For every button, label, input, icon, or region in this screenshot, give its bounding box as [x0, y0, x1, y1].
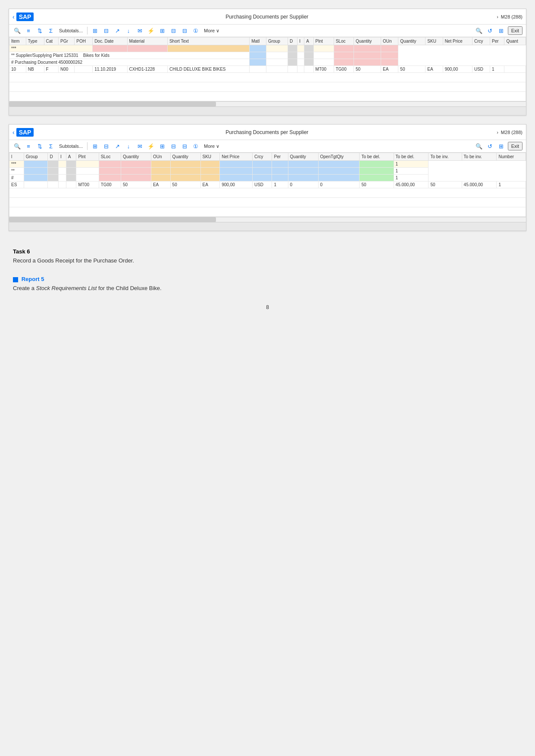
cell2-opentgt: 0 — [318, 181, 360, 188]
table-row: ** Supplier/Supplying Plant 125331 Bikes… — [9, 52, 526, 59]
report5-prefix: Create a — [13, 285, 36, 291]
icon-minus1[interactable]: ⊟ — [101, 26, 111, 35]
th-quantity: Quantity — [354, 37, 381, 45]
th-sloc: SLoc — [334, 37, 354, 45]
scroll-bar-1[interactable] — [9, 102, 216, 106]
subtotals-btn-2[interactable]: Subtotals... — [57, 143, 84, 150]
cell-group — [266, 66, 288, 73]
grid-icon-1[interactable]: ⊞ — [497, 26, 506, 35]
more-btn-2[interactable]: More ∨ — [202, 143, 221, 150]
scroll-bar-2[interactable] — [9, 217, 216, 222]
th-doc-date: Doc. Date — [93, 37, 127, 45]
th2-number: Number — [497, 153, 526, 161]
empty-row — [9, 82, 526, 92]
icon-p2-8[interactable]: ⊟ — [169, 141, 178, 151]
cell-material: CXHD1-1228 — [127, 66, 167, 73]
search-right-2[interactable]: 🔍 — [474, 141, 484, 151]
icon-down1[interactable]: ↓ — [124, 26, 133, 35]
scroll-area-2[interactable] — [9, 217, 526, 222]
exit-btn-1[interactable]: Exit — [508, 26, 522, 35]
search-icon-2[interactable]: 🔍 — [13, 141, 22, 151]
icon-flag1[interactable]: ⊟ — [169, 26, 178, 35]
icon-p2-10[interactable]: ① — [191, 141, 200, 151]
icon-grid2[interactable]: ⊞ — [157, 26, 167, 35]
sap-logo-1: SAP — [16, 12, 34, 21]
search-right-1[interactable]: 🔍 — [474, 26, 484, 35]
sort-icon-2[interactable]: ⇅ — [35, 141, 44, 151]
cell2-hash: # — [9, 175, 24, 181]
table-row: *** 1 — [9, 161, 526, 168]
icon-grid1[interactable]: ⊞ — [90, 26, 100, 35]
sigma-icon-1[interactable]: Σ — [46, 26, 56, 35]
refresh-icon-2[interactable]: ↺ — [485, 141, 495, 151]
exit-btn-2[interactable]: Exit — [508, 142, 522, 150]
top-bar-title-1: Purchasing Documents per Supplier — [37, 14, 497, 20]
table-row: *** — [9, 45, 526, 52]
icon-p2-6[interactable]: ⚡ — [146, 141, 156, 151]
icon-p2-9[interactable]: ⊟ — [180, 141, 189, 151]
cell2-number-dots: 1 — [394, 161, 429, 168]
back-arrow-2[interactable]: ‹ — [13, 129, 15, 136]
cell-qty: 50 — [354, 66, 381, 73]
cell-net-price: 900,00 — [443, 66, 472, 73]
icon-info1[interactable]: ① — [191, 26, 200, 35]
back-arrow-1[interactable]: ‹ — [13, 13, 15, 20]
subtotals-btn-1[interactable]: Subtotals... — [57, 27, 84, 34]
report5-text: Create a Stock Requirements List for the… — [13, 285, 522, 291]
cell2-number-hash: 1 — [394, 175, 429, 181]
cell-i — [297, 66, 304, 73]
cell2-oun: EA — [151, 181, 170, 188]
icon-p2-1[interactable]: ⊞ — [90, 141, 100, 151]
cell-cat: F — [44, 66, 58, 73]
task6-text: Record a Goods Receipt for the Purchase … — [13, 257, 522, 264]
sigma-icon-2[interactable]: Σ — [46, 141, 56, 151]
dots-label-1: *** — [9, 45, 93, 52]
th2-qty2: Quantity — [170, 153, 200, 161]
top-bar-right-2: › M28 (288) — [497, 130, 522, 135]
cell-quant — [504, 66, 526, 73]
top-bar-2: ‹ SAP Purchasing Documents per Supplier … — [9, 125, 526, 140]
cell-sloc: TG00 — [334, 66, 354, 73]
table-row: # 1 — [9, 175, 526, 181]
icon-flag2[interactable]: ⊟ — [180, 26, 189, 35]
icon-mail1[interactable]: ✉ — [135, 26, 144, 35]
scroll-area-1[interactable] — [9, 101, 526, 106]
sort-icon-1[interactable]: ⇅ — [35, 26, 44, 35]
th-short-text: Short Text — [167, 37, 249, 45]
th-cat: Cat — [44, 37, 58, 45]
cell2-sku: EA — [200, 181, 220, 188]
search-icon-1[interactable]: 🔍 — [13, 26, 22, 35]
cell2-tobeinv2: 45.000,00 — [462, 181, 497, 188]
icon-export1[interactable]: ↗ — [113, 26, 122, 35]
grid-icon-2[interactable]: ⊞ — [497, 141, 506, 151]
icon-p2-2[interactable]: ⊟ — [101, 141, 111, 151]
version-label-2[interactable]: M28 (288) — [501, 130, 522, 135]
cell2-i — [58, 181, 66, 188]
th-type: Type — [26, 37, 44, 45]
th-crcy: Crcy — [472, 37, 490, 45]
icon-p2-5[interactable]: ✉ — [135, 141, 144, 151]
th-plnt: Plnt — [313, 37, 334, 45]
icon-p2-7[interactable]: ⊞ — [157, 141, 167, 151]
more-btn-1[interactable]: More ∨ — [202, 27, 221, 34]
filter-icon-1[interactable]: ≡ — [24, 26, 33, 35]
icon-p2-4[interactable]: ↓ — [124, 141, 133, 151]
th-item: Item — [9, 37, 26, 45]
th2-tobedel2: To be del. — [394, 153, 429, 161]
th2-l: l — [9, 153, 24, 161]
cell2-number-dstar: 1 — [394, 168, 429, 175]
icon-flash1[interactable]: ⚡ — [146, 26, 156, 35]
th2-tobeinv1: To be inv. — [429, 153, 462, 161]
filter-icon-2[interactable]: ≡ — [24, 141, 33, 151]
refresh-icon-1[interactable]: ↺ — [485, 26, 495, 35]
th-material: Material — [127, 37, 167, 45]
cell-d — [288, 66, 297, 73]
version-label-1[interactable]: M28 (288) — [501, 14, 522, 19]
th2-sloc: SLoc — [99, 153, 121, 161]
task6-title: Task 6 — [13, 248, 522, 255]
th-pgr: PGr — [59, 37, 75, 45]
icon-p2-3[interactable]: ↗ — [113, 141, 122, 151]
cell-crcy: USD — [472, 66, 490, 73]
table-row: 10 NB F N00 11.10.2019 CXHD1-1228 CHILD … — [9, 66, 526, 73]
top-bar-title-2: Purchasing Documents per Supplier — [37, 129, 497, 135]
